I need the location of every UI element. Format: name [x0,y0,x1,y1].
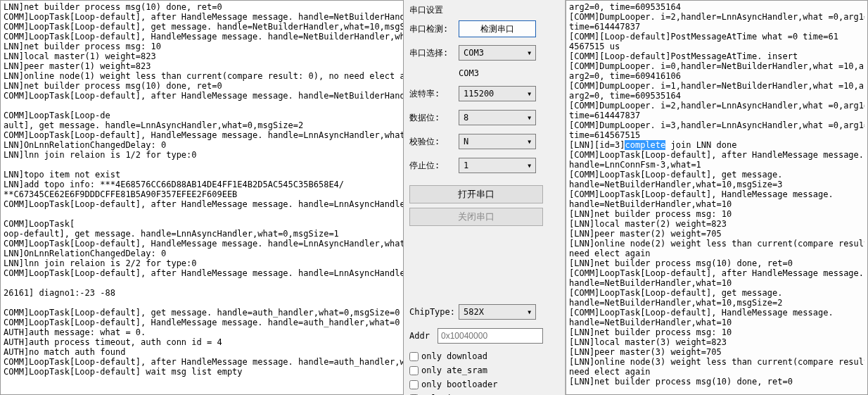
addr-label: Addr [409,331,438,341]
serial-settings-panel: 串口设置 串口检测: 检测串口 串口选择: COM3 ▼ COM3 波特率: 1… [404,0,566,395]
log-line: 26161] diagno1:-23 -88 [4,288,400,298]
log-line: oop-default], get message. handle=LnnAsy… [4,229,400,239]
log-line: COMM]LoopTask[ [4,219,400,229]
right-log-panel[interactable]: arg2=0, time=609535164[COMM]DumpLooper. … [566,0,868,395]
log-line: [COMM]LoopTask[Loop-default], HandleMess… [569,189,864,199]
only-ate-sram-checkbox[interactable] [409,366,419,375]
log-line: [LNN]local master(2) weight=823 [569,219,864,229]
group-title: 串口设置 [409,4,559,16]
only-bootloader-checkbox[interactable] [409,380,419,389]
log-line [4,278,400,288]
log-line: [LNN]peer master(3) weight=705 [569,347,864,357]
log-line: [COMM]LoopTask[Loop-default], after Hand… [569,268,864,278]
log-line: COMM]LoopTask[Loop-default], HandleMessa… [4,130,400,140]
detect-serial-button[interactable]: 检测串口 [459,20,536,37]
log-line: COMM]LoopTask[Loop-default], HandleMessa… [4,239,400,249]
detect-label: 串口检测: [409,23,459,35]
log-line: [COMM]DumpLooper. i=2,handler=LnnAsyncHa… [569,12,864,22]
log-line: need elect again [569,367,864,377]
addr-input[interactable] [438,328,543,344]
log-line: LNN]add topo info: ***4E68576CC66D88AB14… [4,180,400,189]
log-line: LNN]OnLnnRelationChangedDelay: 0 [4,140,400,150]
port-select-value: COM3 [464,48,484,58]
log-line: [LNN]peer master(2) weight=705 [569,229,864,239]
log-line: time=614447837 [569,111,864,120]
log-line: LNN]local master(1) weight=823 [4,51,400,61]
log-line: COMM]LoopTask[Loop-default], after Handl… [4,91,400,101]
log-line: [COMM]LoopTask[Loop-default], after Hand… [569,150,864,160]
data-bits-value: 8 [464,113,468,123]
log-line: time=614567515 [569,130,864,140]
log-line: LNN]net builder process msg(10) done, re… [4,2,400,12]
chip-type-select[interactable]: 582X ▼ [459,304,536,320]
log-line: AUTH]auth process timeout, auth conn id … [4,337,400,347]
log-line: handle=NetBuilderHandler,what=10,msgSize… [569,298,864,308]
log-line: handle=NetBuilderHandler,what=10 [569,278,864,288]
stop-bits-value: 1 [464,161,468,170]
log-line: AUTH]no match auth found [4,347,400,357]
log-line: **C67345CE62E6F9DDDCFFE81B5A90F357EFEE2F… [4,189,400,199]
log-line: [COMM]DumpLooper. i=0,handler=NetBuilder… [569,61,864,71]
log-line: handle=NetBuilderHandler,what=10 [569,318,864,327]
parity-label: 校验位: [409,136,459,148]
log-line: [LNN]net builder process msg(10) done, r… [569,258,864,268]
log-line [4,209,400,219]
parity-select[interactable]: N ▼ [459,134,536,149]
parity-value: N [464,137,468,146]
open-serial-button[interactable]: 打开串口 [409,185,543,203]
only-ate-label: only ate_sram [421,365,487,375]
log-line: 4567515 us [569,42,864,51]
only-bootloader-label: only bootloader [421,380,497,389]
log-line: [COMM][Loop-default]PostMessageAtTime wh… [569,32,864,42]
log-line: arg2=0, time=609535164 [569,2,864,12]
baud-label: 波特率: [409,88,459,100]
baud-select[interactable]: 115200 ▼ [459,86,536,101]
log-line: LNN]peer master(1) weight=823 [4,61,400,71]
log-line: ault], get message. handle=LnnAsyncHandl… [4,120,400,130]
log-line [4,160,400,170]
only-download-label: only download [421,351,487,361]
log-line: LNN]topo item not exist [4,170,400,180]
log-line: [LNN]net builder process msg: 10 [569,209,864,219]
log-line: COMM]LoopTask[Loop-de [4,111,400,120]
log-line: arg2=0, time=609416106 [569,71,864,81]
port-select-label: 串口选择: [409,47,459,59]
baud-value: 115200 [464,89,494,99]
log-line: LNN]online node(1) weight less than curr… [4,71,400,81]
log-line: [LNN][id=3]complete join LNN done [569,140,864,150]
chevron-down-icon: ▼ [528,163,531,169]
port-select[interactable]: COM3 ▼ [459,45,536,61]
log-line: LNN]lnn join relaion is 2/2 for type:0 [4,258,400,268]
log-line: COMM]LoopTask[Loop-default], after Handl… [4,357,400,367]
stop-bits-label: 停止位: [409,160,459,172]
log-line: COMM]LoopTask[Loop-default], HandleMessa… [4,32,400,42]
log-line: [COMM]LoopTask[Loop-default], get messag… [569,288,864,298]
log-line: [LNN]net builder process msg: 10 [569,327,864,337]
log-line: COMM]LoopTask[Loop-default], after Handl… [4,199,400,209]
log-line: COMM]LoopTask[Loop-default], after Handl… [4,268,400,278]
left-log-panel[interactable]: LNN]net builder process msg(10) done, re… [0,0,404,395]
log-line: LNN]OnLnnRelationChangedDelay: 0 [4,249,400,258]
log-line: need elect again [569,249,864,258]
only-download-checkbox[interactable] [409,352,419,361]
log-line [4,298,400,308]
log-line: [COMM]LoopTask[Loop-default], get messag… [569,170,864,180]
log-line: handle=NetBuilderHandler,what=10 [569,199,864,209]
data-bits-select[interactable]: 8 ▼ [459,110,536,125]
log-line: [COMM]DumpLooper. i=1,handler=NetBuilder… [569,81,864,91]
log-line: LNN]lnn join relaion is 1/2 for type:0 [4,150,400,160]
chip-type-value: 582X [464,307,484,317]
log-line [4,101,400,111]
log-line: [COMM]LoopTask[Loop-default], HandleMess… [569,308,864,318]
highlighted-text: complete [625,140,665,150]
stop-bits-select[interactable]: 1 ▼ [459,158,536,173]
chevron-down-icon: ▼ [528,50,531,56]
data-bits-label: 数据位: [409,112,459,124]
chevron-down-icon: ▼ [528,139,531,145]
current-com-label: COM3 [459,68,559,78]
close-serial-button[interactable]: 关闭串口 [409,208,543,226]
log-line: [LNN]local master(3) weight=823 [569,337,864,347]
chip-type-label: ChipType: [409,307,459,317]
log-line: COMM]LoopTask[Loop-default], HandleMessa… [4,318,400,327]
log-line: arg2=0, time=609535164 [569,91,864,101]
